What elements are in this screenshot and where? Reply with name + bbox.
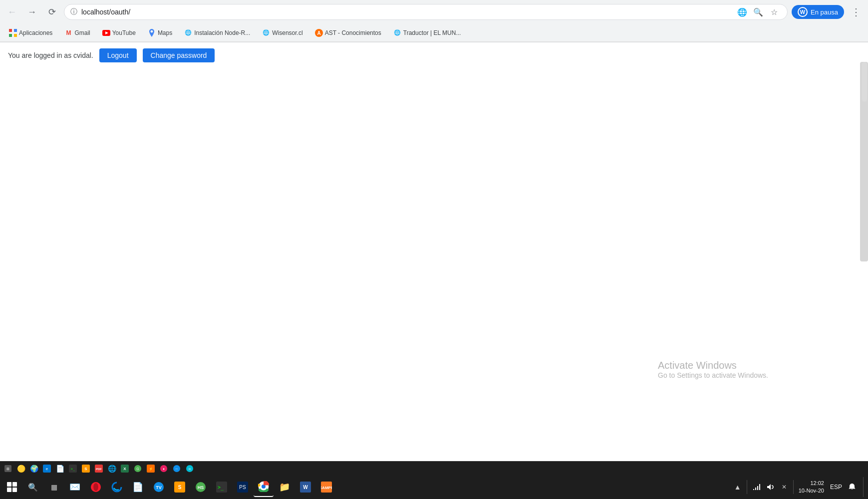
tb2-item14[interactable]: ↔ bbox=[171, 463, 183, 475]
profile-label: En pausa bbox=[811, 8, 838, 16]
translate-icon[interactable]: 🌐 bbox=[735, 5, 749, 19]
node-r-icon: 🌐 bbox=[184, 29, 192, 37]
taskbar-teamviewer[interactable]: TV bbox=[149, 477, 169, 497]
show-desktop-button[interactable] bbox=[863, 477, 866, 497]
bookmark-node-r-label: Instalación Node-R... bbox=[194, 29, 250, 36]
bookmark-youtube-label: YouTube bbox=[112, 29, 136, 36]
taskbar-word[interactable]: W bbox=[295, 477, 315, 497]
bookmark-ast[interactable]: A AST - Conocimientos bbox=[310, 27, 386, 39]
tb2-item3[interactable]: 🌍 bbox=[28, 463, 40, 475]
change-password-button[interactable]: Change password bbox=[143, 48, 215, 62]
tb2-item13[interactable]: ♦ bbox=[158, 463, 170, 475]
tb2-item11[interactable]: G bbox=[132, 463, 144, 475]
terminal-icon: >_ bbox=[216, 482, 227, 493]
tb2-item5[interactable]: 📄 bbox=[54, 463, 66, 475]
tray-network[interactable] bbox=[750, 481, 762, 493]
page-content: You are logged in as cvidal. Logout Chan… bbox=[0, 42, 868, 352]
taskbar-heidisql[interactable]: HS bbox=[191, 477, 211, 497]
scrollbar[interactable] bbox=[860, 62, 868, 261]
tb2-item8[interactable]: PDF bbox=[93, 463, 105, 475]
ast-icon: A bbox=[315, 29, 323, 37]
scroll-thumb[interactable] bbox=[862, 62, 867, 102]
security-icon: ⓘ bbox=[70, 7, 77, 16]
mail-icon: ✉️ bbox=[69, 482, 80, 493]
tb2-icon13: ♦ bbox=[160, 465, 168, 473]
logout-button[interactable]: Logout bbox=[99, 48, 137, 62]
taskbar-search-button[interactable]: 🔍 bbox=[23, 477, 43, 497]
bookmark-maps[interactable]: Maps bbox=[143, 27, 177, 39]
activate-windows-subtitle: Go to Settings to activate Windows. bbox=[658, 371, 768, 379]
svg-rect-3 bbox=[14, 34, 17, 37]
svg-text:PS: PS bbox=[239, 485, 246, 490]
tb2-item9[interactable]: 🌐 bbox=[106, 463, 118, 475]
bookmark-traductor[interactable]: 🌐 Traductor | EL MUN... bbox=[388, 27, 466, 39]
bookmark-node-r[interactable]: 🌐 Instalación Node-R... bbox=[179, 27, 255, 39]
taskbar-edge[interactable] bbox=[107, 477, 127, 497]
bookmark-wisensor-label: Wisensor.cl bbox=[272, 29, 302, 36]
address-text: localhost/oauth/ bbox=[81, 8, 731, 16]
taskbar-files[interactable]: 📄 bbox=[128, 477, 148, 497]
chrome-menu-button[interactable]: ⋮ bbox=[848, 4, 864, 20]
taskbar-mail[interactable]: ✉️ bbox=[65, 477, 85, 497]
tb2-item2[interactable]: 🟡 bbox=[15, 463, 27, 475]
address-bar[interactable]: ⓘ localhost/oauth/ 🌐 🔍 ☆ bbox=[64, 4, 788, 20]
heidisql-icon: HS bbox=[195, 482, 206, 493]
taskbar-secondary-row: ⊞ 🟡 🌍 e 📄 >_ S PDF 🌐 X G ⚡ ♦ ↔ ∞ bbox=[0, 461, 868, 475]
tb2-item12[interactable]: ⚡ bbox=[145, 463, 157, 475]
page-info-row: You are logged in as cvidal. Logout Chan… bbox=[8, 48, 860, 62]
tray-notifications[interactable] bbox=[846, 481, 858, 493]
forward-button[interactable]: → bbox=[24, 4, 40, 20]
tb2-icon7: S bbox=[82, 465, 90, 473]
svg-rect-1 bbox=[14, 29, 17, 32]
tray-chevron[interactable]: ▲ bbox=[732, 481, 744, 493]
traductor-icon: 🌐 bbox=[393, 29, 401, 37]
sublime-icon: S bbox=[174, 482, 185, 493]
tray-volume[interactable] bbox=[764, 481, 776, 493]
tb2-item6[interactable]: >_ bbox=[67, 463, 79, 475]
reload-button[interactable]: ⟳ bbox=[44, 4, 60, 20]
bookmark-wisensor[interactable]: 🌐 Wisensor.cl bbox=[257, 27, 307, 39]
tray-clock[interactable]: 12:02 10-Nov-20 bbox=[797, 480, 826, 495]
word-icon: W bbox=[300, 482, 311, 493]
taskbar-xampp[interactable]: XAMPP bbox=[316, 477, 336, 497]
taskbar-terminal[interactable]: >_ bbox=[212, 477, 232, 497]
tb2-icon2: 🟡 bbox=[17, 465, 25, 473]
taskbar-explorer[interactable]: 📁 bbox=[275, 477, 294, 497]
task-view-icon: ▦ bbox=[51, 483, 57, 491]
tb2-item15[interactable]: ∞ bbox=[184, 463, 196, 475]
taskbar-opera[interactable] bbox=[86, 477, 106, 497]
bookmark-gmail[interactable]: M Gmail bbox=[59, 27, 95, 39]
start-button[interactable] bbox=[2, 477, 22, 497]
taskbar-chrome[interactable] bbox=[254, 477, 274, 497]
profile-button[interactable]: W En pausa bbox=[792, 5, 844, 19]
tb2-icon10: X bbox=[121, 465, 129, 473]
svg-rect-2 bbox=[9, 34, 12, 37]
gmail-icon: M bbox=[64, 29, 72, 37]
clock-time: 12:02 bbox=[799, 480, 824, 487]
tb2-item7[interactable]: S bbox=[80, 463, 92, 475]
wisensor-icon: 🌐 bbox=[262, 29, 270, 37]
search-icon[interactable]: 🔍 bbox=[751, 5, 765, 19]
bookmark-star-icon[interactable]: ☆ bbox=[767, 5, 781, 19]
notifications-icon bbox=[848, 483, 856, 491]
bookmarks-bar: Aplicaciones M Gmail YouTube Maps bbox=[0, 24, 868, 42]
task-view-button[interactable]: ▦ bbox=[44, 477, 64, 497]
tray-language[interactable]: ESP bbox=[828, 484, 844, 491]
explorer-icon: 📁 bbox=[279, 482, 290, 493]
tray-volume-muted[interactable]: ✕ bbox=[778, 481, 790, 493]
system-tray: ▲ ✕ 12:02 10-Nov-20 ESP bbox=[728, 480, 862, 495]
bookmark-aplicaciones[interactable]: Aplicaciones bbox=[4, 27, 57, 39]
tb2-item10[interactable]: X bbox=[119, 463, 131, 475]
powershell-icon: PS bbox=[237, 482, 248, 493]
svg-text:S: S bbox=[178, 485, 182, 490]
volume-icon bbox=[766, 483, 774, 491]
bookmark-youtube[interactable]: YouTube bbox=[97, 27, 141, 39]
tb2-item1[interactable]: ⊞ bbox=[2, 463, 14, 475]
svg-text:>_: >_ bbox=[218, 485, 224, 491]
back-button[interactable]: ← bbox=[4, 4, 20, 20]
taskbar-powershell[interactable]: PS bbox=[233, 477, 253, 497]
taskbar-sublime[interactable]: S bbox=[170, 477, 190, 497]
mute-icon: ✕ bbox=[782, 484, 787, 491]
tb2-item4[interactable]: e bbox=[41, 463, 53, 475]
bookmark-aplicaciones-label: Aplicaciones bbox=[19, 29, 52, 36]
